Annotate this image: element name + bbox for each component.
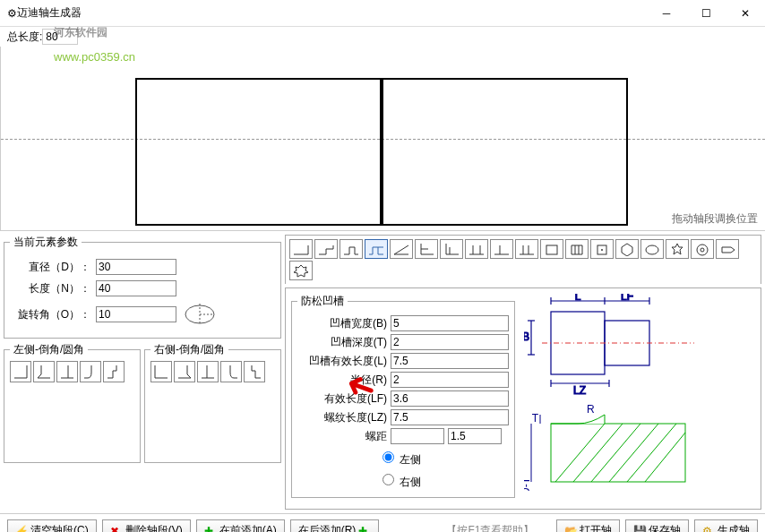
add-before-button[interactable]: ✚在前添加(A) xyxy=(196,519,285,532)
length-select[interactable]: 40 xyxy=(96,280,176,296)
groove-lf-select[interactable]: 3.6 xyxy=(391,390,509,407)
feat-tab-11[interactable] xyxy=(540,239,563,259)
title-bar: ⚙ 迈迪轴生成器 ─ ☐ ✕ xyxy=(0,0,765,27)
left-corner-opt-2[interactable] xyxy=(33,361,55,382)
total-length-label: 总长度: xyxy=(7,30,42,45)
side-right-radio[interactable]: 右侧 xyxy=(378,469,509,492)
groove-b-select[interactable]: 5 xyxy=(391,315,509,331)
svg-text:T: T xyxy=(532,412,539,425)
feat-tab-2[interactable] xyxy=(314,239,338,259)
feat-tab-8[interactable] xyxy=(465,239,488,259)
svg-text:L: L xyxy=(575,294,581,303)
generate-button[interactable]: ⚙生成轴 xyxy=(694,519,758,532)
svg-marker-6 xyxy=(622,244,632,256)
feat-tab-19[interactable] xyxy=(289,261,313,280)
angle-label: 旋转角（O）： xyxy=(10,307,90,322)
svg-line-34 xyxy=(645,433,685,482)
total-length-input[interactable] xyxy=(42,29,78,45)
right-corner-opt-4[interactable] xyxy=(220,361,242,382)
svg-text:LZ: LZ xyxy=(573,384,586,397)
save-button[interactable]: 💾保存轴 xyxy=(625,519,689,532)
open-button[interactable]: 📂打开轴 xyxy=(556,519,620,532)
svg-text:R: R xyxy=(587,403,595,416)
groove-t-select[interactable]: 2 xyxy=(391,334,509,350)
diameter-select[interactable]: 30 xyxy=(96,259,176,275)
feat-tab-12[interactable] xyxy=(565,239,589,259)
feat-tab-1[interactable] xyxy=(289,239,313,259)
right-corner-opt-2[interactable] xyxy=(174,361,195,382)
svg-line-32 xyxy=(609,424,658,482)
feat-tab-16[interactable] xyxy=(666,239,689,259)
param-legend: 当前元素参数 xyxy=(10,235,82,250)
window-title: 迈迪轴生成器 xyxy=(17,5,647,21)
svg-line-29 xyxy=(555,424,605,482)
pitch-value-select[interactable]: 1.5 xyxy=(448,428,502,444)
feat-tab-18[interactable] xyxy=(716,239,739,259)
feat-tab-14[interactable] xyxy=(615,239,639,259)
app-icon: ⚙ xyxy=(7,7,17,20)
diameter-label: 直径（D）： xyxy=(10,260,90,275)
feat-tab-17[interactable] xyxy=(691,239,714,259)
groove-l-select[interactable]: 7.5 xyxy=(391,353,509,369)
right-corner-opt-3[interactable] xyxy=(197,361,219,382)
feat-tab-4[interactable] xyxy=(365,239,388,259)
feat-tab-9[interactable] xyxy=(490,239,513,259)
angle-select[interactable]: 10 xyxy=(96,306,176,322)
groove-r-select[interactable]: 2 xyxy=(391,372,509,388)
help-text: 【按F1查看帮助】 xyxy=(446,523,534,532)
left-corner-group: 左侧-倒角/圆角 xyxy=(4,342,141,463)
feat-tab-15[interactable] xyxy=(640,239,664,259)
feat-tab-7[interactable] xyxy=(440,239,463,259)
groove-lz-select[interactable]: 7.5 xyxy=(391,409,509,425)
param-group: 当前元素参数 直径（D）： 30 长度（N）： 40 旋转角（O）： 10 xyxy=(4,235,281,339)
svg-point-9 xyxy=(701,248,704,252)
feat-tab-3[interactable] xyxy=(340,239,363,259)
groove-group: 防松凹槽 凹槽宽度(B)5 凹槽深度(T)2 凹槽有效长度(L)7.5 半径(R… xyxy=(291,294,515,498)
left-corner-opt-4[interactable] xyxy=(80,361,101,382)
side-left-radio[interactable]: 左侧 xyxy=(378,447,509,469)
left-corner-opt-1[interactable] xyxy=(10,361,31,382)
svg-text:LF: LF xyxy=(621,294,633,303)
svg-point-7 xyxy=(646,245,658,254)
feat-tab-6[interactable] xyxy=(415,239,438,259)
delete-button[interactable]: ✖删除轴段(V) xyxy=(102,519,191,532)
left-corner-opt-5[interactable] xyxy=(103,361,125,382)
svg-text:B: B xyxy=(524,330,529,343)
groove-diagram: L LF B LZ xyxy=(524,294,755,503)
right-corner-opt-1[interactable] xyxy=(150,361,172,382)
feat-tab-13[interactable] xyxy=(590,239,614,259)
svg-rect-3 xyxy=(546,245,557,254)
feature-tab-strip xyxy=(285,235,761,284)
pitch-unit-select[interactable] xyxy=(391,428,444,444)
feat-tab-5[interactable] xyxy=(390,239,413,259)
svg-line-30 xyxy=(573,424,623,482)
clear-button[interactable]: ⚡清空轴段(C) xyxy=(7,519,97,532)
svg-point-8 xyxy=(697,245,708,255)
canvas-hint: 拖动轴段调换位置 xyxy=(672,211,758,227)
length-label: 长度（N）： xyxy=(10,281,90,296)
left-corner-opt-3[interactable] xyxy=(56,361,78,382)
right-corner-group: 右侧-倒角/圆角 xyxy=(144,342,281,463)
svg-point-5 xyxy=(601,249,603,251)
button-bar: ⚡清空轴段(C) ✖删除轴段(V) ✚在前添加(A) 在后添加(R) ✚ 【按F… xyxy=(0,513,765,532)
close-button[interactable]: ✕ xyxy=(726,0,765,27)
maximize-button[interactable]: ☐ xyxy=(686,0,726,27)
shaft-canvas[interactable]: 拖动轴段调换位置 xyxy=(0,47,765,230)
right-corner-opt-5[interactable] xyxy=(244,361,265,382)
angle-diagram-icon xyxy=(182,302,218,327)
svg-line-31 xyxy=(591,424,640,482)
svg-text:D-T: D-T xyxy=(524,476,532,491)
feat-tab-10[interactable] xyxy=(515,239,538,259)
add-after-button[interactable]: 在后添加(R) ✚ xyxy=(290,519,380,532)
svg-rect-28 xyxy=(551,424,685,482)
minimize-button[interactable]: ─ xyxy=(647,0,686,27)
